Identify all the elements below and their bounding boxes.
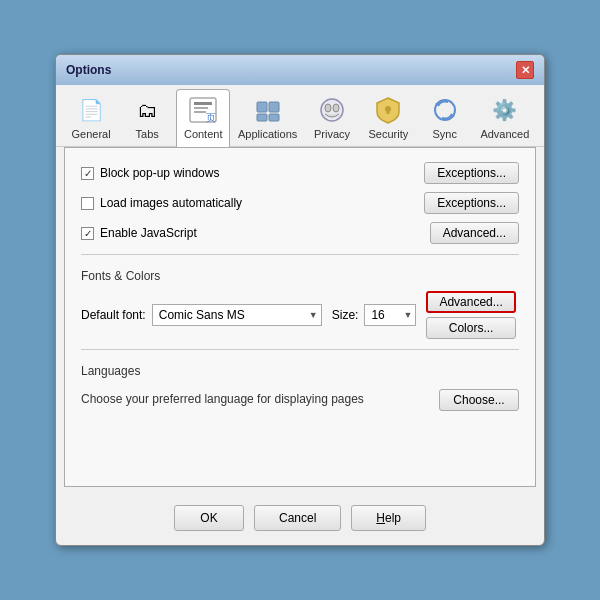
- choose-language-button[interactable]: Choose...: [439, 389, 519, 411]
- separator-2: [81, 349, 519, 350]
- block-popups-row: Block pop-up windows Exceptions...: [81, 162, 519, 184]
- tab-general-label: General: [72, 128, 111, 140]
- load-images-row: Load images automatically Exceptions...: [81, 192, 519, 214]
- tab-advanced[interactable]: ⚙️ Advanced: [474, 89, 536, 146]
- block-popups-checkbox[interactable]: [81, 167, 94, 180]
- tab-tabs-label: Tabs: [136, 128, 159, 140]
- sync-icon: [429, 94, 461, 126]
- fonts-advanced-button[interactable]: Advanced...: [426, 291, 515, 313]
- advanced-icon: ⚙️: [489, 94, 521, 126]
- svg-text:页: 页: [206, 112, 216, 123]
- enable-js-label: Enable JavaScript: [100, 226, 197, 240]
- enable-js-left: Enable JavaScript: [81, 226, 197, 240]
- applications-icon: [252, 94, 284, 126]
- load-images-left: Load images automatically: [81, 196, 242, 210]
- default-font-label: Default font:: [81, 308, 146, 322]
- svg-rect-3: [194, 111, 206, 113]
- tab-sync[interactable]: Sync: [418, 89, 472, 146]
- separator-1: [81, 254, 519, 255]
- svg-point-10: [325, 104, 331, 112]
- options-dialog: Options ✕ 📄 General 🗂 Tabs 页 Content: [55, 54, 545, 546]
- svg-rect-8: [269, 114, 279, 121]
- tab-content[interactable]: 页 Content: [176, 89, 230, 147]
- svg-rect-5: [257, 102, 267, 112]
- ok-button[interactable]: OK: [174, 505, 244, 531]
- tab-security-label: Security: [369, 128, 409, 140]
- block-popups-left: Block pop-up windows: [81, 166, 219, 180]
- tab-security[interactable]: Security: [361, 89, 416, 146]
- js-advanced-button[interactable]: Advanced...: [430, 222, 519, 244]
- svg-rect-1: [194, 102, 212, 105]
- size-select-wrapper: 16 ▼: [364, 304, 416, 326]
- block-popups-exceptions-button[interactable]: Exceptions...: [424, 162, 519, 184]
- tab-privacy-label: Privacy: [314, 128, 350, 140]
- enable-js-checkbox[interactable]: [81, 227, 94, 240]
- block-popups-label: Block pop-up windows: [100, 166, 219, 180]
- tab-applications[interactable]: Applications: [232, 89, 303, 146]
- svg-point-9: [321, 99, 343, 121]
- tab-general[interactable]: 📄 General: [64, 89, 118, 146]
- tab-applications-label: Applications: [238, 128, 297, 140]
- dialog-footer: OK Cancel Help: [56, 495, 544, 545]
- svg-rect-13: [387, 110, 390, 114]
- content-panel: Block pop-up windows Exceptions... Load …: [64, 147, 536, 487]
- tab-content-label: Content: [184, 128, 223, 140]
- svg-rect-6: [269, 102, 279, 112]
- tab-advanced-label: Advanced: [480, 128, 529, 140]
- svg-point-11: [333, 104, 339, 112]
- languages-section-label: Languages: [81, 364, 519, 378]
- font-select-wrapper: Comic Sans MS ▼: [152, 304, 322, 326]
- security-icon: [372, 94, 404, 126]
- load-images-exceptions-button[interactable]: Exceptions...: [424, 192, 519, 214]
- svg-rect-2: [194, 107, 208, 109]
- title-bar: Options ✕: [56, 55, 544, 85]
- dialog-title: Options: [66, 63, 111, 77]
- tab-privacy[interactable]: Privacy: [305, 89, 359, 146]
- languages-desc: Choose your preferred language for displ…: [81, 392, 364, 406]
- tab-bar: 📄 General 🗂 Tabs 页 Content: [56, 85, 544, 147]
- privacy-icon: [316, 94, 348, 126]
- languages-section: Languages Choose your preferred language…: [81, 364, 519, 414]
- fonts-colors-section-label: Fonts & Colors: [81, 269, 519, 283]
- load-images-checkbox[interactable]: [81, 197, 94, 210]
- load-images-label: Load images automatically: [100, 196, 242, 210]
- tabs-icon: 🗂: [131, 94, 163, 126]
- size-select[interactable]: 16: [364, 304, 416, 326]
- svg-rect-7: [257, 114, 267, 121]
- content-icon: 页: [187, 94, 219, 126]
- help-button[interactable]: Help: [351, 505, 426, 531]
- font-select[interactable]: Comic Sans MS: [152, 304, 322, 326]
- tab-tabs[interactable]: 🗂 Tabs: [120, 89, 174, 146]
- colors-button[interactable]: Colors...: [426, 317, 515, 339]
- tab-sync-label: Sync: [432, 128, 456, 140]
- enable-js-row: Enable JavaScript Advanced...: [81, 222, 519, 244]
- languages-row: Choose your preferred language for displ…: [81, 386, 519, 414]
- size-label: Size:: [332, 308, 359, 322]
- cancel-button[interactable]: Cancel: [254, 505, 341, 531]
- close-button[interactable]: ✕: [516, 61, 534, 79]
- general-icon: 📄: [75, 94, 107, 126]
